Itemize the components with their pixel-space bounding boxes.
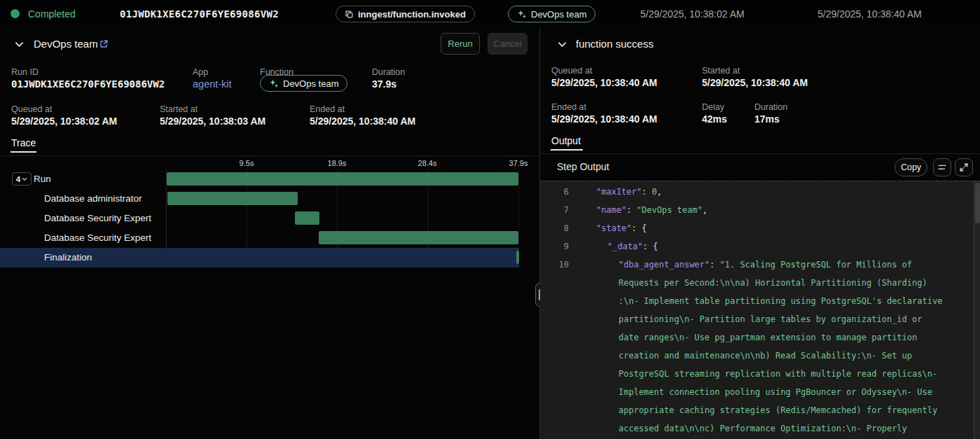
timeline-tick-label: 9.5s xyxy=(240,159,254,167)
trace-row-bar[interactable] xyxy=(295,211,319,225)
function-badge-field[interactable]: DevOps team xyxy=(260,75,347,92)
code-line-number: 7 xyxy=(540,201,569,219)
tab-output[interactable]: Output xyxy=(551,135,581,146)
started-at-label: Started at xyxy=(160,104,198,114)
trace-row-bar[interactable] xyxy=(516,251,519,264)
code-line-content: "name": "DevOps team", xyxy=(596,201,708,219)
app-label: App xyxy=(193,67,208,77)
step-started-value: 5/29/2025, 10:38:40 AM xyxy=(702,77,808,88)
trace-row-bar[interactable] xyxy=(319,231,518,244)
ended-at-label: Ended at xyxy=(310,104,345,114)
code-line: accessed data\n\nc) Performance Optimiza… xyxy=(540,419,974,438)
sparkle-icon xyxy=(517,9,527,19)
event-badge-label: inngest/function.invoked xyxy=(358,9,466,20)
code-line: Requests per Second:\n\na) Horizontal Pa… xyxy=(540,274,974,292)
code-lines: 6 "maxIter": 0, 7 "name": "DevOps team",… xyxy=(540,183,974,438)
code-line-content: "dba_agent_answer": "1. Scaling PostgreS… xyxy=(619,256,912,274)
run-id-value: 01JWDK1XE6C270F6YE69086VW2 xyxy=(11,78,165,90)
code-line: :\n- Implement table partitioning using … xyxy=(540,292,974,310)
rerun-button[interactable]: Rerun xyxy=(441,33,480,55)
step-details-panel: function success Queued at 5/29/2025, 10… xyxy=(540,28,980,439)
duration-label: Duration xyxy=(372,67,405,77)
run-details-panel: DevOps team Rerun Cancel Run ID 01JWDK1X… xyxy=(0,28,539,439)
step-queued-value: 5/29/2025, 10:38:40 AM xyxy=(551,77,657,88)
app-link[interactable]: agent-kit xyxy=(193,78,232,90)
code-line-content: Requests per Second:\n\na) Horizontal Pa… xyxy=(619,274,927,292)
status-text: Completed xyxy=(28,8,76,20)
code-line-number: 10 xyxy=(540,256,569,274)
code-line-content: creation and maintenance\n\nb) Read Scal… xyxy=(619,347,912,365)
word-wrap-icon xyxy=(937,162,947,172)
step-output-toolbar: Step Output Copy xyxy=(540,154,980,181)
code-line-number: 9 xyxy=(540,237,569,256)
code-line-content: date ranges\n- Use pg_partman extension … xyxy=(619,328,917,347)
step-delay-value: 42ms xyxy=(702,113,727,125)
trace-rows-container: Run 4 Database administrator Database Se… xyxy=(0,169,539,267)
chevron-down-icon[interactable] xyxy=(557,39,567,50)
copy-event-icon xyxy=(345,10,354,19)
step-duration-label: Duration xyxy=(754,102,787,112)
step-ended-label: Ended at xyxy=(551,102,586,112)
code-line: PostgreSQL streaming replication with mu… xyxy=(540,365,974,383)
timeline-tick-label: 28.4s xyxy=(418,159,437,167)
trace-row-bar[interactable] xyxy=(167,192,298,205)
duration-value: 37.9s xyxy=(372,78,396,90)
step-delay-label: Delay xyxy=(702,102,724,112)
function-badge-top-label: DevOps team xyxy=(531,9,586,20)
trace-row[interactable]: Database Security Expert xyxy=(0,228,519,248)
code-line: date ranges\n- Use pg_partman extension … xyxy=(540,328,974,347)
step-duration-value: 17ms xyxy=(754,113,780,125)
code-line: partitioning\n- Partition large tables b… xyxy=(540,310,974,328)
scrollbar-thumb[interactable] xyxy=(975,183,980,223)
run-title: DevOps team xyxy=(34,38,98,50)
step-ended-value: 5/29/2025, 10:38:40 AM xyxy=(551,113,657,125)
tab-trace[interactable]: Trace xyxy=(11,137,36,148)
trace-row[interactable]: Database administrator xyxy=(0,189,519,209)
step-started-label: Started at xyxy=(702,66,740,76)
status-dot-icon xyxy=(11,9,20,18)
event-badge[interactable]: inngest/function.invoked xyxy=(336,6,475,22)
function-badge-top[interactable]: DevOps team xyxy=(508,6,595,22)
code-line: 6 "maxIter": 0, xyxy=(540,183,974,201)
step-queued-label: Queued at xyxy=(551,66,592,76)
code-line: Implement connection pooling using PgBou… xyxy=(540,383,974,401)
code-line: creation and maintenance\n\nb) Read Scal… xyxy=(540,347,974,365)
code-line-content: appropriate caching strategies (Redis/Me… xyxy=(619,401,937,419)
code-line-content: :\n- Implement table partitioning using … xyxy=(619,292,942,310)
trace-row-label: Database administrator xyxy=(44,193,142,204)
external-link-icon[interactable] xyxy=(99,39,109,49)
output-scrollbar[interactable] xyxy=(974,181,980,439)
step-title: function success xyxy=(576,38,654,50)
code-line-number: 6 xyxy=(540,183,569,201)
code-line-content: "_data": { xyxy=(607,237,658,256)
chevron-down-icon xyxy=(22,176,27,182)
ended-timestamp: 5/29/2025, 10:38:40 AM xyxy=(817,8,922,20)
trace-row[interactable]: Run 4 xyxy=(0,169,519,189)
code-line: 7 "name": "DevOps team", xyxy=(540,201,974,219)
code-line-content: accessed data\n\nc) Performance Optimiza… xyxy=(619,419,907,438)
ended-at-value: 5/29/2025, 10:38:40 AM xyxy=(310,116,415,127)
queued-timestamp: 5/29/2025, 10:38:02 AM xyxy=(640,8,745,20)
trace-step-count-badge[interactable]: 4 xyxy=(12,172,32,186)
step-output-title: Step Output xyxy=(557,161,609,172)
code-line-content: PostgreSQL streaming replication with mu… xyxy=(619,365,937,383)
tab-border xyxy=(0,155,539,156)
cancel-button[interactable]: Cancel xyxy=(488,33,527,55)
trace-row[interactable]: Finalization xyxy=(0,248,519,267)
trace-row[interactable]: Database Security Expert xyxy=(0,209,519,228)
started-at-value: 5/29/2025, 10:38:03 AM xyxy=(160,116,265,127)
trace-ticks: 9.5s18.9s28.4s37.9s xyxy=(0,159,539,169)
expand-button[interactable] xyxy=(955,158,973,176)
chevron-down-icon[interactable] xyxy=(14,39,25,50)
copy-button[interactable]: Copy xyxy=(895,158,927,176)
trace-row-label: Database Security Expert xyxy=(44,232,151,243)
trace-row-bar[interactable] xyxy=(167,172,518,186)
tab-output-underline xyxy=(551,149,583,151)
trace-row-label: Finalization xyxy=(44,252,92,263)
timeline-tick-label: 37.9s xyxy=(509,159,528,167)
word-wrap-button[interactable] xyxy=(933,158,951,176)
code-line: 8 "state": { xyxy=(540,219,974,237)
code-line-content: "maxIter": 0, xyxy=(596,183,662,201)
step-output-code: 6 "maxIter": 0, 7 "name": "DevOps team",… xyxy=(540,181,980,439)
timeline-tick-label: 18.9s xyxy=(328,159,347,167)
